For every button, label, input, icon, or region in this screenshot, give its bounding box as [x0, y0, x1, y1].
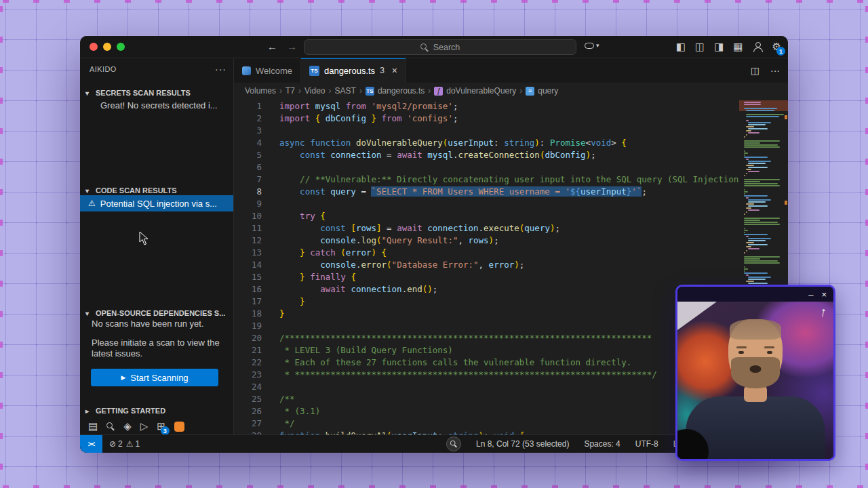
webcam-minimize-button[interactable]: –	[808, 289, 813, 300]
code-line-15: 15 } finally {	[234, 271, 739, 283]
typescript-icon: TS	[309, 66, 319, 76]
breadcrumb-item[interactable]: Video	[304, 86, 325, 96]
indentation-setting[interactable]: Spaces: 4	[584, 439, 620, 449]
code-line-19: 19	[234, 320, 739, 332]
toggle-panel-icon[interactable]: ◫	[695, 41, 705, 53]
person-beard	[731, 357, 780, 388]
tab-dangerous-ts[interactable]: TS dangerous.ts 3 ×	[301, 58, 406, 83]
breadcrumb-separator: ›	[279, 86, 282, 96]
run-icon[interactable]: ▷	[140, 420, 149, 432]
deps-status-text: No scans have been run yet.	[92, 319, 228, 329]
error-icon: ⊘	[109, 439, 116, 449]
search-icon[interactable]	[106, 422, 115, 430]
breadcrumb-item[interactable]: doVulnerableQuery	[446, 86, 516, 96]
breadcrumb-separator: ›	[298, 86, 301, 96]
forward-button[interactable]: →	[287, 41, 297, 52]
grid-edge-ticks-bottom	[0, 485, 868, 488]
search-icon	[420, 43, 429, 52]
chevron-down-icon: ▾	[85, 89, 92, 97]
webcam-overlay[interactable]: – × ↑	[675, 285, 835, 461]
encoding-setting[interactable]: UTF-8	[635, 439, 658, 449]
code-line-2: 2import { dbConfig } from 'configs';	[234, 113, 739, 125]
settings-gear[interactable]: ⚙ 1	[772, 41, 781, 53]
code-content: 1import mysql from 'mysql2/promise';2imp…	[234, 100, 739, 434]
section-secrets-scan[interactable]: ▾ SECRETS SCAN RESULTS	[80, 85, 233, 100]
docs-icon[interactable]: ▤	[88, 420, 98, 432]
warning-icon: ⚠	[126, 439, 134, 449]
breadcrumb-item[interactable]: T7	[285, 86, 295, 96]
aikido-sidebar: AIKIDO ··· ▾ SECRETS SCAN RESULTS Great!…	[80, 58, 234, 434]
chevron-down-icon: ▾	[85, 187, 92, 195]
breadcrumb-item[interactable]: SAST	[335, 86, 356, 96]
titlebar: ← → Search ▾ ◧ ◫ ◨ ▦ ⚙ 1	[80, 36, 788, 58]
mouse-cursor	[139, 231, 149, 245]
code-line-25: 25/**	[234, 393, 739, 405]
remote-indicator[interactable]: ><	[80, 435, 102, 453]
aikido-logo[interactable]	[174, 422, 184, 432]
chevron-right-icon: ▸	[85, 407, 92, 415]
close-window-button[interactable]	[90, 43, 98, 51]
code-line-21: 21 * LEVEL 3 (Build Query Functions)	[234, 344, 739, 357]
extensions-icon[interactable]: ⊞ 3	[157, 420, 165, 432]
grid-edge-ticks-left	[0, 0, 3, 488]
minimize-window-button[interactable]	[103, 43, 111, 51]
sidebar-more-icon[interactable]: ···	[215, 64, 226, 75]
close-tab-icon[interactable]: ×	[392, 65, 397, 76]
grid-edge-ticks-right	[865, 0, 868, 488]
split-editor-icon[interactable]: ◫	[751, 65, 760, 76]
problems-indicator[interactable]: ⊘ 2 ⚠ 1	[109, 439, 140, 449]
person-mouth	[750, 365, 762, 373]
toggle-secondary-sidebar-icon[interactable]: ◨	[714, 41, 724, 53]
toggle-primary-sidebar-icon[interactable]: ◧	[676, 41, 686, 53]
code-line-8: 8 const query = `SELECT * FROM Users WHE…	[234, 186, 739, 198]
person-head	[728, 319, 783, 387]
code-line-22: 22 * Each of these 27 functions calls th…	[234, 357, 739, 369]
finding-sql-injection[interactable]: ⚠ Potential SQL injection via s...	[80, 195, 233, 211]
breadcrumb-item[interactable]: Volumes	[245, 86, 276, 96]
person-eye	[738, 351, 744, 354]
copilot-icon	[585, 43, 594, 49]
code-line-20: 20/*************************************…	[234, 332, 739, 344]
shape-icon[interactable]: ◈	[123, 420, 132, 432]
person-hair	[730, 319, 781, 340]
code-line-23: 23 * ***********************************…	[234, 369, 739, 381]
code-line-6: 6	[234, 161, 739, 174]
person-eyebrow	[764, 346, 774, 348]
desktop: ← → Search ▾ ◧ ◫ ◨ ▦ ⚙ 1	[0, 0, 868, 488]
maximize-window-button[interactable]	[117, 43, 125, 51]
chevron-down-icon: ▾	[596, 42, 599, 49]
command-center-search[interactable]: Search	[304, 39, 576, 55]
code-line-4: 4async function doVulnerableQuery(userIn…	[234, 137, 739, 149]
warning-count: 1	[136, 439, 140, 449]
code-line-18: 18}	[234, 308, 739, 320]
start-scanning-label: Start Scanning	[130, 373, 188, 383]
account-icon[interactable]	[753, 41, 763, 52]
tab-label: Welcome	[256, 66, 292, 76]
zoom-indicator-icon	[446, 436, 461, 451]
code-line-17: 17 }	[234, 296, 739, 308]
tab-welcome[interactable]: Welcome	[234, 58, 301, 83]
play-icon: ▶	[121, 374, 125, 381]
editor-more-icon[interactable]: ···	[770, 65, 780, 76]
back-button[interactable]: ←	[267, 41, 277, 52]
code-line-10: 10 try {	[234, 210, 739, 222]
breadcrumb-item[interactable]: dangerous.ts	[378, 86, 425, 96]
copilot-menu[interactable]: ▾	[585, 42, 599, 49]
customize-layout-icon[interactable]: ▦	[733, 41, 743, 53]
cursor-position[interactable]: Ln 8, Col 72 (53 selected)	[476, 439, 569, 449]
error-count: 2	[118, 439, 123, 449]
breadcrumb-item[interactable]: query	[538, 86, 558, 96]
start-scanning-button[interactable]: ▶ Start Scanning	[91, 369, 218, 386]
settings-badge: 1	[776, 47, 785, 56]
webcam-close-button[interactable]: ×	[821, 289, 827, 300]
warning-icon: ⚠	[88, 199, 96, 208]
code-line-16: 16 await connection.end();	[234, 283, 739, 296]
breadcrumb-separator: ›	[359, 86, 362, 96]
section-getting-started[interactable]: ▸ GETTING STARTED	[80, 403, 233, 418]
code-line-1: 1import mysql from 'mysql2/promise';	[234, 100, 739, 113]
section-header-label: CODE SCAN RESULTS	[96, 186, 177, 195]
tab-problems-badge: 3	[380, 66, 384, 75]
code-line-9: 9	[234, 198, 739, 210]
webcam-video: ↑	[677, 302, 833, 459]
breadcrumb: Volumes › T7 › Video › SAST › TS dangero…	[234, 83, 788, 99]
